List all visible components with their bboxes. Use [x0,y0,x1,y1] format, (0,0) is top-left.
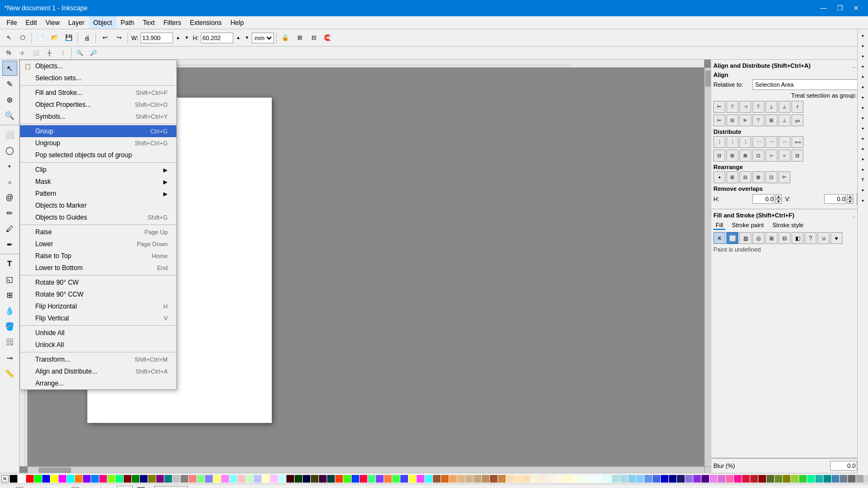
remove-h-up[interactable]: ▲ [775,194,782,199]
color-swatch[interactable] [83,475,91,483]
view-zoom-in-btn[interactable]: 🔍 [73,47,86,60]
dist-random-h[interactable]: ≈ [765,150,777,162]
menu-item-objects-to-marker[interactable]: Objects to Marker [20,200,176,211]
color-swatch[interactable] [34,475,42,483]
right-icon-10[interactable]: ▸ [858,123,868,133]
view-zoom-out-btn[interactable]: 🔎 [87,47,100,60]
color-swatch[interactable] [832,475,839,483]
color-swatch[interactable] [588,475,595,483]
rearrange-2[interactable]: ⊞ [726,171,738,183]
menu-item-flip-v[interactable]: Flip Vertical V [20,312,176,324]
color-swatch[interactable] [181,475,188,483]
color-swatch[interactable] [571,475,579,483]
width-input[interactable] [141,33,173,43]
color-swatch[interactable] [620,475,628,483]
menu-item-unlock-all[interactable]: Unlock All [20,339,176,351]
align-left-edge[interactable]: ⊢ [713,101,725,113]
tab-stroke-paint[interactable]: Stroke paint [730,221,766,230]
color-swatch[interactable] [644,475,652,483]
height-up-btn[interactable]: ▲ [234,31,242,44]
save-btn[interactable]: 💾 [62,31,75,44]
align-bottom-edge[interactable]: ⊥ [778,101,790,113]
color-swatch[interactable] [514,475,522,483]
color-swatch[interactable] [303,475,310,483]
paint-swatch-btn[interactable]: ◧ [792,232,803,244]
color-swatch[interactable] [864,475,868,483]
dist-vcenters[interactable]: ⋯ [765,136,777,148]
dist-extra[interactable]: ⊟ [792,150,803,162]
color-swatch[interactable] [465,475,473,483]
menu-item-ungroup[interactable]: Ungroup Shift+Ctrl+G [20,137,176,149]
color-swatch[interactable] [457,475,465,483]
color-swatch[interactable] [42,475,50,483]
relative-to-select[interactable]: Selection Area Page Drawing [752,79,866,90]
color-swatch[interactable] [311,475,318,483]
menu-item-object-props[interactable]: Object Properties... Shift+Ctrl+O [20,99,176,111]
color-swatch[interactable] [107,475,115,483]
dist-top-edges[interactable]: ⋯ [752,136,764,148]
right-icon-11[interactable]: ▸ [858,133,868,143]
color-swatch[interactable] [50,475,58,483]
color-swatch[interactable] [490,475,497,483]
color-swatch[interactable] [205,475,213,483]
menu-help[interactable]: Help [226,16,248,29]
paint-radial-btn[interactable]: ◎ [752,232,764,244]
color-swatch[interactable] [783,475,790,483]
right-icon-3[interactable]: ▸ [858,51,868,61]
snap-enable-btn[interactable]: % [2,47,15,60]
menu-object[interactable]: Object [89,16,117,29]
color-swatch[interactable] [91,475,99,483]
fill-panel-minimize[interactable]: _ [850,211,858,219]
menu-text[interactable]: Text [138,16,159,29]
tool-pencil[interactable]: ✏ [2,206,17,221]
color-swatch[interactable] [710,475,717,483]
right-icon-12[interactable]: ▸ [858,144,868,153]
menu-item-lower-bottom[interactable]: Lower to Bottom End [20,262,176,274]
color-swatch[interactable] [238,475,245,483]
right-icon-5[interactable]: ▸ [858,72,868,81]
dist-random-v[interactable]: ≈ [778,150,790,162]
menu-item-group[interactable]: Group Ctrl+G [20,125,176,137]
rearrange-1[interactable]: ✦ [713,171,725,183]
tool-star[interactable]: ⋆ [2,158,17,174]
color-swatch[interactable] [59,475,66,483]
dist-v-equal-gaps[interactable]: ⊞ [726,150,738,162]
color-swatch[interactable] [343,475,351,483]
right-icon-6[interactable]: ▸ [858,82,868,92]
remove-h-down[interactable]: ▼ [775,199,782,204]
color-swatch[interactable] [750,475,758,483]
color-swatch[interactable] [18,475,25,483]
color-swatch[interactable] [173,475,180,483]
rearrange-6[interactable]: ⊢ [778,171,790,183]
color-swatch[interactable] [791,475,799,483]
scrollbar-thumb-h[interactable] [39,467,71,473]
tool-text[interactable]: T [2,256,17,271]
tool-measure[interactable]: 📏 [2,366,17,381]
color-swatch[interactable] [319,475,327,483]
right-icon-8[interactable]: ▸ [858,102,868,112]
paint-unset-btn[interactable]: ? [805,232,816,244]
color-swatch[interactable] [376,475,384,483]
menu-item-clip[interactable]: Clip ▶ [20,164,176,176]
color-swatch[interactable] [807,475,815,483]
right-icon-13[interactable]: ▸ [858,154,868,164]
color-swatch[interactable] [164,475,172,483]
menu-item-rotate-cw[interactable]: Rotate 90° CW [20,277,176,288]
right-icon-16[interactable]: ▸ [858,185,868,195]
snap-grid-btn[interactable]: ⋮ [56,47,69,60]
right-icon-17[interactable]: ▸ [858,195,868,205]
color-swatch[interactable] [425,475,432,483]
color-swatch[interactable] [579,475,587,483]
width-up-btn[interactable]: ▲ [174,31,182,44]
color-swatch[interactable] [596,475,603,483]
color-swatch[interactable] [116,475,123,483]
tool-spiral[interactable]: @ [2,190,17,205]
align-left-anchor[interactable]: ⊨ [713,114,725,126]
align-btn[interactable]: ⊟ [307,31,320,44]
color-swatch[interactable] [221,475,229,483]
right-icon-7[interactable]: ▸ [858,92,868,102]
right-icon-4[interactable]: ▸ [858,61,868,71]
color-swatch[interactable] [99,475,107,483]
color-swatch[interactable] [547,475,554,483]
color-swatch[interactable] [498,475,506,483]
